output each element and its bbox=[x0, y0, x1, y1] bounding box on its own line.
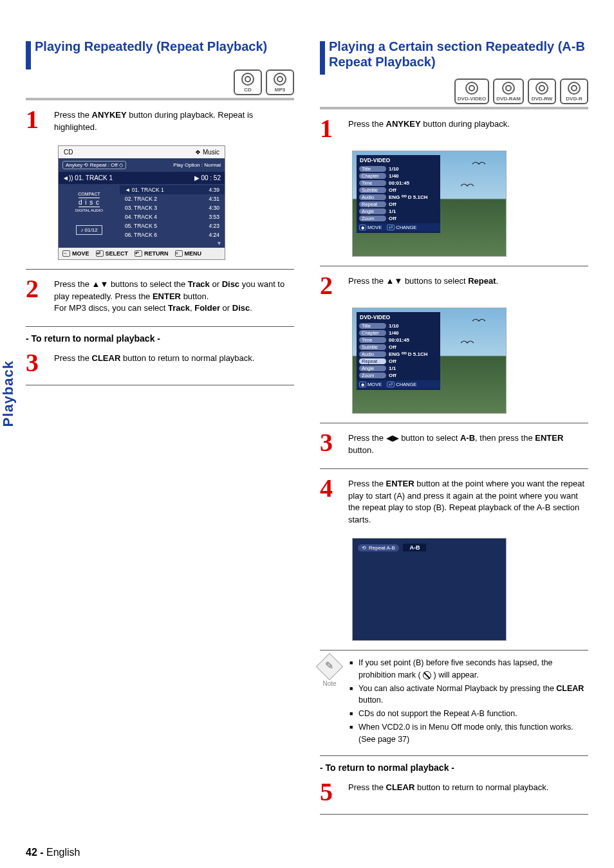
note-label: Note bbox=[320, 657, 339, 746]
digital-audio-label: DIGITAL AUDIO bbox=[59, 208, 120, 212]
osd-foot-menu: ≡MENU bbox=[175, 250, 202, 257]
divider bbox=[26, 269, 294, 270]
info-row: AudioENG ᴰᴰ D 5.1CH bbox=[357, 194, 440, 201]
step-number: 5 bbox=[320, 782, 338, 802]
play-option: Play Option : Normal bbox=[173, 162, 221, 168]
divider bbox=[320, 650, 588, 651]
disc-logo: d i s c bbox=[79, 198, 100, 207]
dvd-info-panel: DVD-VIDEO Title1/10 Chapter1/40 Time00:0… bbox=[357, 155, 440, 233]
right-column: Playing a Certain section Repeatedly (A-… bbox=[320, 39, 588, 821]
note-item: If you set point (B) before five seconds… bbox=[349, 657, 588, 681]
now-playing: ◄)) 01. TRACK 1 bbox=[62, 174, 113, 181]
side-tab: Playback bbox=[0, 360, 17, 427]
osd-foot-select: ⏎SELECT bbox=[96, 250, 129, 257]
info-row: Title1/10 bbox=[357, 165, 440, 172]
step-number: 3 bbox=[26, 353, 44, 373]
divider bbox=[26, 385, 294, 385]
dvd-info-panel: DVD-VIDEO Title1/10 Chapter1/40 Time00:0… bbox=[357, 312, 440, 390]
dvd-osd: DVD-VIDEO Title1/10 Chapter1/40 Time00:0… bbox=[352, 308, 507, 414]
prohibition-icon bbox=[423, 671, 431, 679]
divider bbox=[320, 755, 588, 756]
info-row: ZoomOff bbox=[357, 215, 440, 222]
return-subhead: - To return to normal playback - bbox=[26, 333, 294, 344]
accent-bar bbox=[26, 41, 31, 69]
step-text: Press the CLEAR button to return to norm… bbox=[54, 353, 254, 373]
info-row: Time00:01:45 bbox=[357, 337, 440, 344]
step-text: Press the ▲▼ buttons to select the Track… bbox=[54, 279, 294, 315]
note-block: Note If you set point (B) before five se… bbox=[320, 657, 588, 746]
divider bbox=[320, 423, 588, 423]
return-subhead: - To return to normal playback - bbox=[320, 762, 588, 773]
dvd-osd: DVD-VIDEO Title1/10 Chapter1/40 Time00:0… bbox=[352, 151, 507, 257]
repeat-ab-value: A-B bbox=[403, 544, 426, 551]
info-row-highlighted: RepeatOff bbox=[357, 358, 440, 365]
osd-title: CD bbox=[64, 149, 73, 156]
info-row: Chapter1/40 bbox=[357, 329, 440, 337]
track-list: ◄ 01. TRACK 14:39 02. TRACK 24:31 03. TR… bbox=[120, 184, 225, 248]
osd-category: ❖ Music bbox=[195, 149, 219, 156]
step-number: 3 bbox=[320, 432, 338, 457]
info-row: SubtitleOff bbox=[357, 344, 440, 351]
dvd-info-title: DVD-VIDEO bbox=[357, 155, 440, 165]
step-number: 1 bbox=[26, 109, 44, 134]
divider bbox=[320, 468, 588, 469]
info-row: ZoomOff bbox=[357, 372, 440, 379]
section-title: Playing a Certain section Repeatedly (A-… bbox=[329, 39, 588, 69]
info-row: Time00:01:45 bbox=[357, 180, 440, 187]
divider bbox=[320, 814, 588, 815]
now-time: ▶ 00 : 52 bbox=[194, 174, 221, 181]
info-row: RepeatOff bbox=[357, 201, 440, 208]
bird-icon bbox=[461, 182, 474, 190]
cd-osd: CD ❖ Music Anykey ⟲ Repeat : Off ◇ Play … bbox=[58, 145, 225, 260]
track-row: 02. TRACK 24:31 bbox=[120, 194, 225, 203]
track-row: 04. TRACK 43:53 bbox=[120, 212, 225, 221]
compact-label: COMPACT bbox=[59, 192, 120, 196]
note-icon bbox=[316, 653, 343, 680]
bird-icon bbox=[472, 317, 485, 325]
disc-badge-dvd-rw: DVD-RW bbox=[528, 78, 556, 104]
disc-badge-dvd-r: DVD-R bbox=[560, 78, 588, 104]
track-row: 05. TRACK 54:23 bbox=[120, 221, 225, 230]
ab-repeat-osd: ⟲ Repeat A-B A-B bbox=[352, 538, 507, 641]
step-number: 2 bbox=[26, 279, 44, 315]
disc-badge-mp3: MP3 bbox=[266, 69, 294, 95]
disc-badge-dvd-ram: DVD-RAM bbox=[493, 78, 524, 104]
track-row: 06. TRACK 64:24 bbox=[120, 230, 225, 239]
step-text: Press the ANYKEY button during playback.… bbox=[54, 109, 294, 134]
section-title: Playing Repeatedly (Repeat Playback) bbox=[35, 39, 267, 54]
disc-badge-cd: CD bbox=[234, 69, 262, 95]
track-row: 03. TRACK 34:30 bbox=[120, 203, 225, 212]
accent-bar bbox=[320, 41, 325, 75]
track-row: ◄ 01. TRACK 14:39 bbox=[120, 185, 225, 194]
step-number: 1 bbox=[320, 118, 338, 139]
dvd-info-title: DVD-VIDEO bbox=[357, 312, 440, 322]
info-row: Angle1/1 bbox=[357, 365, 440, 372]
bird-icon bbox=[461, 339, 474, 347]
step-text: Press the CLEAR button to return to norm… bbox=[348, 782, 548, 802]
note-item: CDs do not support the Repeat A-B functi… bbox=[349, 708, 588, 720]
disc-badge-dvd-video: DVD-VIDEO bbox=[454, 78, 489, 104]
repeat-ab-pill: ⟲ Repeat A-B bbox=[358, 544, 399, 551]
divider bbox=[26, 326, 294, 327]
step-text: Press the ▲▼ buttons to select Repeat. bbox=[348, 275, 498, 296]
step-number: 2 bbox=[320, 275, 338, 296]
step-text: Press the ENTER button at the point wher… bbox=[348, 478, 588, 526]
osd-foot-move: ↔MOVE bbox=[62, 250, 89, 257]
bird-icon bbox=[472, 160, 485, 168]
note-list: If you set point (B) before five seconds… bbox=[349, 657, 588, 746]
step-number: 4 bbox=[320, 478, 338, 526]
note-item: When VCD2.0 is in Menu Off mode only, th… bbox=[349, 721, 588, 746]
divider bbox=[320, 266, 588, 266]
note-item: You can also activate Normal Playback by… bbox=[349, 683, 588, 707]
title-underline bbox=[320, 107, 588, 109]
osd-foot-return: ↶RETURN bbox=[135, 250, 169, 257]
page-footer: 42 - English bbox=[26, 847, 588, 858]
step-text: Press the ◀▶ button to select A-B, then … bbox=[348, 432, 588, 457]
step-text: Press the ANYKEY button during playback. bbox=[348, 118, 510, 139]
info-row: AudioENG ᴰᴰ D 5.1CH bbox=[357, 351, 440, 358]
anykey-pill: Anykey ⟲ Repeat : Off ◇ bbox=[62, 161, 126, 169]
scroll-arrow-icon: ▾ bbox=[120, 239, 225, 246]
info-row: SubtitleOff bbox=[357, 187, 440, 194]
left-column: Playing Repeatedly (Repeat Playback) CD … bbox=[26, 39, 294, 821]
info-row: Chapter1/40 bbox=[357, 172, 440, 180]
